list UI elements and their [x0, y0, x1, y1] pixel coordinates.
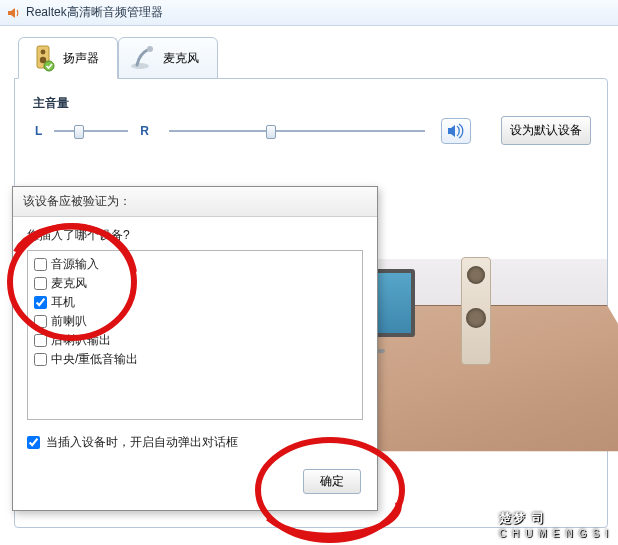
- option-mic[interactable]: 麦克风: [34, 274, 356, 293]
- app-body: 扬声器 麦克风 主音量 L R: [0, 26, 618, 545]
- microphone-icon: [129, 44, 157, 72]
- app-icon: [6, 6, 20, 20]
- balance-slider[interactable]: [54, 123, 128, 139]
- balance-left-label: L: [31, 124, 46, 138]
- option-front-speaker[interactable]: 前喇叭: [34, 312, 356, 331]
- tab-strip: 扬声器 麦克风: [18, 36, 608, 78]
- option-center-sub[interactable]: 中央/重低音输出: [34, 350, 356, 369]
- tab-microphone[interactable]: 麦克风: [118, 37, 218, 79]
- ok-button[interactable]: 确定: [303, 469, 361, 494]
- sound-icon: [447, 123, 465, 139]
- option-headphone-checkbox[interactable]: [34, 296, 47, 309]
- speaker-icon: [29, 44, 57, 72]
- svg-point-5: [147, 46, 153, 52]
- dialog-title: 该设备应被验证为：: [13, 187, 377, 217]
- option-front-speaker-checkbox[interactable]: [34, 315, 47, 328]
- option-mic-checkbox[interactable]: [34, 277, 47, 290]
- option-headphone[interactable]: 耳机: [34, 293, 356, 312]
- tab-speaker[interactable]: 扬声器: [18, 37, 118, 79]
- auto-popup-checkbox[interactable]: [27, 436, 40, 449]
- watermark: 楚梦 司 CHUMENGSI: [499, 502, 614, 539]
- tab-microphone-label: 麦克风: [163, 50, 199, 67]
- master-volume-slider[interactable]: [169, 123, 425, 139]
- option-center-sub-checkbox[interactable]: [34, 353, 47, 366]
- tab-speaker-label: 扬声器: [63, 50, 99, 67]
- option-line-in-checkbox[interactable]: [34, 258, 47, 271]
- device-dialog: 该设备应被验证为： 您插入了哪个设备? 音源输入 麦克风 耳机 前喇叭 后喇叭输…: [12, 186, 378, 511]
- stage-speaker-right[interactable]: [461, 257, 491, 365]
- options-list: 音源输入 麦克风 耳机 前喇叭 后喇叭输出 中央/重低音输出: [27, 250, 363, 420]
- option-line-in[interactable]: 音源输入: [34, 255, 356, 274]
- mute-button[interactable]: [441, 118, 471, 144]
- svg-point-1: [41, 50, 46, 55]
- set-default-button[interactable]: 设为默认设备: [501, 116, 591, 145]
- master-volume-label: 主音量: [33, 95, 591, 112]
- dialog-prompt: 您插入了哪个设备?: [27, 227, 363, 244]
- volume-row: L R 设为默认设备: [31, 116, 591, 145]
- auto-popup-toggle[interactable]: 当插入设备时，开启自动弹出对话框: [27, 434, 363, 451]
- svg-point-3: [44, 61, 54, 71]
- option-rear-speaker[interactable]: 后喇叭输出: [34, 331, 356, 350]
- balance-right-label: R: [136, 124, 153, 138]
- svg-point-4: [131, 63, 149, 69]
- window-title: Realtek高清晰音频管理器: [26, 4, 163, 21]
- window-titlebar: Realtek高清晰音频管理器: [0, 0, 618, 26]
- option-rear-speaker-checkbox[interactable]: [34, 334, 47, 347]
